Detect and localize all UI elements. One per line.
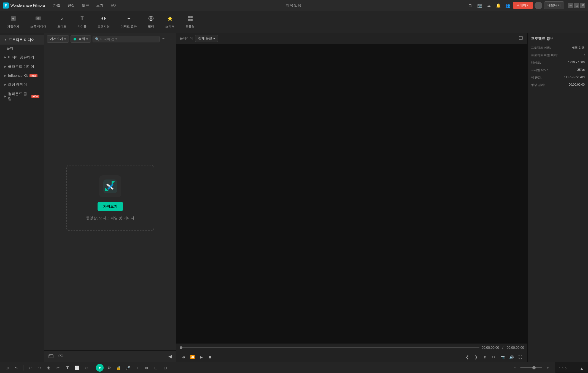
sidebar-item-compound-clip[interactable]: ▶ 컴파운드 클립 NEW bbox=[0, 89, 44, 104]
zoom-thumb[interactable] bbox=[532, 366, 536, 369]
media-content: 가져오기 동영상, 오디오 파일 및 이미지 bbox=[44, 45, 176, 350]
timeline-select-tool[interactable]: ⊞ bbox=[3, 364, 11, 372]
project-info-title: 프로젝트 정보 bbox=[531, 36, 585, 41]
notification-icon[interactable]: 🔔 bbox=[494, 2, 502, 9]
chapter-tool[interactable]: ⊟ bbox=[161, 364, 169, 372]
sidebar-item-project-media[interactable]: ▼ 프로젝트 미디어 bbox=[0, 35, 44, 45]
tool-sticker[interactable]: ⭐ 스티커 bbox=[163, 13, 177, 30]
svg-text:T: T bbox=[80, 16, 83, 21]
go-start-button[interactable]: ⏮ bbox=[180, 353, 187, 361]
meter-expand-icon[interactable]: ▲ bbox=[579, 366, 585, 371]
community-icon[interactable]: 👥 bbox=[504, 2, 511, 9]
arrow-icon-compound: ▶ bbox=[4, 95, 6, 98]
import-button[interactable]: 가져오기 bbox=[98, 202, 123, 211]
stop-button[interactable]: ⏹ bbox=[206, 353, 214, 361]
stock-media-icon bbox=[35, 15, 42, 23]
cut-button[interactable]: ✂ bbox=[54, 364, 62, 372]
new-folder-icon[interactable]: + bbox=[47, 353, 55, 360]
sidebar-item-adjustment-layer[interactable]: ▶ 조정 레이어 bbox=[0, 80, 44, 89]
snapshot-icon[interactable]: 📷 bbox=[476, 2, 483, 9]
step-back-button[interactable]: ⏪ bbox=[188, 353, 196, 361]
timeline-cursor-tool[interactable]: ↖ bbox=[13, 364, 20, 372]
tool-audio-label: 오디오 bbox=[57, 24, 66, 29]
tool-effects-label: 이펙트 효과 bbox=[121, 24, 137, 29]
pip-tool[interactable]: ⊡ bbox=[152, 364, 160, 372]
zoom-slider[interactable]: － ＋ bbox=[511, 364, 552, 372]
mark-in-icon[interactable]: ❮ bbox=[463, 353, 471, 361]
fullscreen-icon[interactable]: ⊡ bbox=[466, 2, 474, 9]
sidebar-item-cloud-media[interactable]: ▶ 클라우드 미디어 bbox=[0, 62, 44, 71]
transitions-icon bbox=[100, 15, 107, 23]
record-dropdown[interactable]: 녹화 ▾ bbox=[71, 35, 91, 43]
sidebar-item-media-share[interactable]: ▶ 미디어 공유하기 bbox=[0, 53, 44, 62]
info-row-duration: 영상 길이: 00:00:00:00 bbox=[531, 83, 585, 87]
effects-tool[interactable]: ⊙ bbox=[82, 364, 90, 372]
mark-out-icon[interactable]: ❯ bbox=[472, 353, 480, 361]
avatar[interactable] bbox=[535, 2, 542, 9]
preview-area: 플레이어 전체 품질 ▾ 00:00:00:00 / 00:00:00:00 ⏮… bbox=[176, 33, 527, 362]
badge-new-influence: NEW bbox=[29, 74, 37, 77]
filter-options-icon[interactable]: ≡ bbox=[161, 36, 166, 42]
menu-view[interactable]: 보기 bbox=[93, 2, 107, 9]
toolbar-separator-2 bbox=[93, 365, 93, 371]
record-button[interactable] bbox=[96, 364, 104, 372]
tool-effects[interactable]: ✦ 이펙트 효과 bbox=[118, 13, 139, 30]
snapshot-preview-icon[interactable]: 📷 bbox=[499, 353, 506, 361]
zoom-track[interactable] bbox=[520, 367, 542, 368]
mic-tool[interactable]: 🎤 bbox=[124, 364, 132, 372]
more-options-icon[interactable]: ⋯ bbox=[167, 36, 173, 42]
tool-transitions[interactable]: 트랜지션 bbox=[95, 13, 112, 30]
tool-templates[interactable]: 템플릿 bbox=[183, 13, 197, 30]
multicam-tool[interactable]: ⊛ bbox=[143, 364, 150, 372]
crop-tool[interactable]: ⬜ bbox=[73, 364, 81, 372]
menu-help[interactable]: 문의 bbox=[107, 2, 121, 9]
close-button[interactable]: ✕ bbox=[580, 3, 585, 8]
crop-icon[interactable]: ✂ bbox=[490, 353, 498, 361]
export-clip-icon[interactable]: ⬆ bbox=[481, 353, 489, 361]
arrow-icon-influence: ▶ bbox=[4, 74, 6, 77]
title-bar: F Wondershare Filmora 파일 편집 도구 보기 문의 제목 … bbox=[0, 0, 588, 11]
cloud-icon[interactable]: ☁ bbox=[485, 2, 493, 9]
menu-edit[interactable]: 편집 bbox=[64, 2, 78, 9]
play-button[interactable]: ▶ bbox=[197, 353, 205, 361]
delete-button[interactable]: 🗑 bbox=[45, 364, 53, 372]
fullscreen-preview-icon[interactable]: ⛶ bbox=[516, 353, 524, 361]
search-input[interactable] bbox=[100, 37, 157, 41]
import-dropdown[interactable]: 가져오기 ▾ bbox=[47, 35, 69, 43]
split-tool[interactable]: ⟂ bbox=[133, 364, 141, 372]
info-label-colorspace: 색 공간: bbox=[531, 75, 542, 80]
link-icon[interactable] bbox=[57, 353, 64, 360]
record-dot bbox=[74, 38, 76, 40]
sidebar-item-folder[interactable]: 폴더 bbox=[0, 45, 44, 53]
progress-thumb[interactable] bbox=[180, 346, 182, 349]
minimize-button[interactable]: ─ bbox=[568, 3, 573, 8]
tool-sticker-label: 스티커 bbox=[165, 24, 174, 29]
settings-tool[interactable]: ⚙ bbox=[105, 364, 113, 372]
tool-stock-media[interactable]: 스톡 미디어 bbox=[28, 13, 49, 30]
buy-button[interactable]: 구매하기 bbox=[513, 2, 533, 9]
progress-bar[interactable] bbox=[180, 347, 479, 348]
text-tool[interactable]: T bbox=[64, 364, 71, 372]
tool-file-add[interactable]: + 파일추가 bbox=[4, 13, 22, 30]
menu-file[interactable]: 파일 bbox=[50, 2, 64, 9]
search-box[interactable]: 🔍 bbox=[93, 36, 160, 42]
quality-dropdown[interactable]: 전체 품질 ▾ bbox=[195, 35, 218, 42]
tool-audio[interactable]: ♪ 오디오 bbox=[55, 13, 69, 30]
lock-tool[interactable]: 🔒 bbox=[115, 364, 122, 372]
menu-tools[interactable]: 도구 bbox=[79, 2, 92, 9]
tool-titles[interactable]: T 타이틀 bbox=[75, 13, 89, 30]
undo-button[interactable]: ↩ bbox=[26, 364, 34, 372]
window-controls: ─ □ ✕ bbox=[568, 3, 585, 8]
svg-text:F: F bbox=[5, 4, 7, 7]
info-value-name: 제목 없음 bbox=[572, 46, 585, 50]
volume-icon[interactable]: 🔊 bbox=[508, 353, 515, 361]
zoom-out-button[interactable]: － bbox=[511, 364, 519, 372]
collapse-sidebar-button[interactable]: ◀ bbox=[167, 353, 173, 360]
redo-button[interactable]: ↪ bbox=[36, 364, 43, 372]
preview-settings-icon[interactable] bbox=[517, 35, 524, 42]
maximize-button[interactable]: □ bbox=[574, 3, 579, 8]
export-button[interactable]: 내보내기 bbox=[544, 1, 564, 9]
tool-filter[interactable]: 필터 bbox=[145, 13, 157, 30]
sidebar-item-influence-kit[interactable]: ▶ Influence Kit NEW bbox=[0, 71, 44, 80]
zoom-in-button[interactable]: ＋ bbox=[544, 364, 552, 372]
